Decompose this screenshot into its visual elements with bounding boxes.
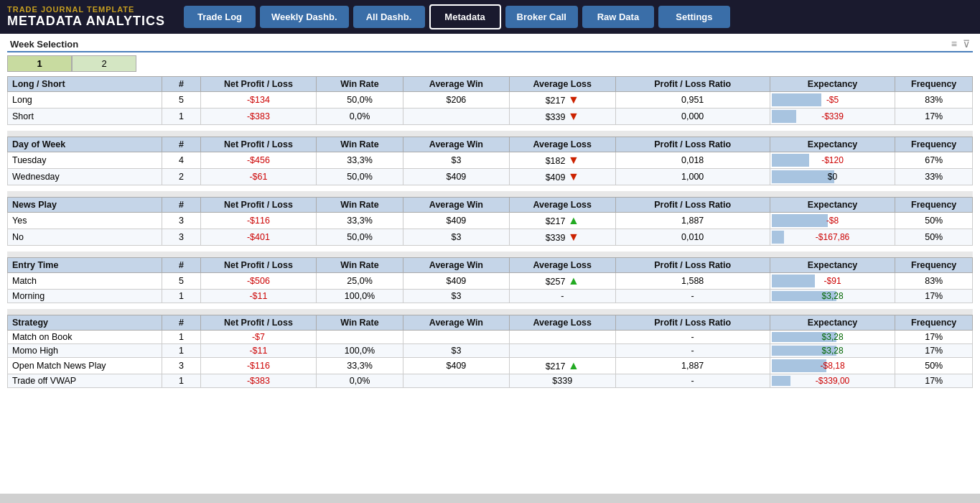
cell-freq: 33% bbox=[895, 169, 973, 185]
col-header-freq: Frequency bbox=[895, 198, 973, 213]
table-strategy: Strategy # Net Profit / Loss Win Rate Av… bbox=[7, 315, 973, 388]
cell-freq: 50% bbox=[895, 213, 973, 229]
cell-winrate: 100,0% bbox=[317, 290, 403, 303]
cell-freq: 50% bbox=[895, 358, 973, 374]
cell-num: 1 bbox=[162, 344, 201, 358]
nav-settings[interactable]: Settings bbox=[658, 6, 730, 28]
cell-label: Short bbox=[8, 109, 162, 125]
cell-netpl: -$134 bbox=[200, 92, 316, 109]
nav-all-dashb[interactable]: All Dashb. bbox=[353, 6, 425, 28]
col-header-netpl: Net Profit / Loss bbox=[200, 315, 316, 331]
cell-avgloss bbox=[509, 331, 615, 344]
table-row: Trade off VWAP 1 -$383 0,0% $339 - -$339… bbox=[8, 374, 973, 388]
cell-plratio: 0,018 bbox=[615, 152, 770, 169]
table-long-short: Long / Short # Net Profit / Loss Win Rat… bbox=[7, 76, 973, 125]
nav-weekly-dashb[interactable]: Weekly Dashb. bbox=[260, 6, 349, 28]
cell-freq: 50% bbox=[895, 229, 973, 246]
col-header-expectancy: Expectancy bbox=[770, 258, 895, 273]
cell-expectancy: -$339 bbox=[770, 109, 895, 125]
cell-winrate: 50,0% bbox=[317, 92, 403, 109]
header-row-long-short: Long / Short # Net Profit / Loss Win Rat… bbox=[8, 77, 973, 92]
table-row: Long 5 -$134 50,0% $206 $217 ▼ 0,951 -$5… bbox=[8, 92, 973, 109]
col-header-plratio: Profit / Loss Ratio bbox=[615, 258, 770, 273]
cell-freq: 17% bbox=[895, 344, 973, 358]
table-row: Match on Book 1 -$7 - $3,28 17% bbox=[8, 331, 973, 344]
cell-winrate: 33,3% bbox=[317, 358, 403, 374]
cell-plratio: 0,000 bbox=[615, 109, 770, 125]
week-tab-2[interactable]: 2 bbox=[72, 55, 136, 72]
nav-broker-call[interactable]: Broker Call bbox=[505, 6, 578, 28]
cell-expectancy: -$5 bbox=[770, 92, 895, 109]
section-long-short: Long / Short # Net Profit / Loss Win Rat… bbox=[7, 76, 973, 125]
col-header-plratio: Profit / Loss Ratio bbox=[615, 315, 770, 331]
cell-expectancy: -$339,00 bbox=[770, 374, 895, 388]
cell-plratio: - bbox=[615, 344, 770, 358]
nav-trade-log[interactable]: Trade Log bbox=[184, 6, 256, 28]
table-row: Tuesday 4 -$456 33,3% $3 $182 ▼ 0,018 -$… bbox=[8, 152, 973, 169]
cell-num: 5 bbox=[162, 273, 201, 290]
col-header-netpl: Net Profit / Loss bbox=[200, 77, 316, 92]
cell-netpl: -$506 bbox=[200, 273, 316, 290]
nav-metadata[interactable]: Metadata bbox=[429, 4, 501, 29]
cell-num: 1 bbox=[162, 109, 201, 125]
main-content: Week Selection ≡ ⊽ 1 2 Long / Short # Ne… bbox=[0, 34, 980, 494]
cell-winrate bbox=[317, 331, 403, 344]
header-row-entry: Entry Time # Net Profit / Loss Win Rate … bbox=[8, 258, 973, 273]
cell-expectancy: $3,28 bbox=[770, 344, 895, 358]
cell-freq: 17% bbox=[895, 290, 973, 303]
cell-label: Long bbox=[8, 92, 162, 109]
cell-avgwin bbox=[403, 109, 510, 125]
app-subtitle: TRADE JOURNAL TEMPLATE bbox=[7, 5, 165, 14]
col-header-avgwin: Average Win bbox=[403, 137, 510, 152]
funnel-icon[interactable]: ⊽ bbox=[963, 38, 970, 50]
table-news-play: News Play # Net Profit / Loss Win Rate A… bbox=[7, 197, 973, 246]
arrow-down-icon: ▼ bbox=[568, 93, 579, 106]
app-title: TRADE JOURNAL TEMPLATE METADATA ANALYTIC… bbox=[7, 5, 165, 29]
cell-avgloss: $339 ▼ bbox=[509, 109, 615, 125]
cell-freq: 83% bbox=[895, 92, 973, 109]
cell-num: 3 bbox=[162, 229, 201, 246]
section-entry-time: Entry Time # Net Profit / Loss Win Rate … bbox=[7, 257, 973, 303]
table-row: Wednesday 2 -$61 50,0% $409 $409 ▼ 1,000… bbox=[8, 169, 973, 185]
header-row-news: News Play # Net Profit / Loss Win Rate A… bbox=[8, 198, 973, 213]
cell-freq: 83% bbox=[895, 273, 973, 290]
arrow-up-icon: ▲ bbox=[568, 359, 579, 372]
week-icons: ≡ ⊽ bbox=[951, 38, 970, 50]
cell-num: 5 bbox=[162, 92, 201, 109]
week-tab-1[interactable]: 1 bbox=[7, 55, 72, 72]
col-header-plratio: Profit / Loss Ratio bbox=[615, 198, 770, 213]
table-row: Short 1 -$383 0,0% $339 ▼ 0,000 -$339 17… bbox=[8, 109, 973, 125]
cell-num: 3 bbox=[162, 358, 201, 374]
cell-winrate: 25,0% bbox=[317, 273, 403, 290]
cell-expectancy: -$8 bbox=[770, 213, 895, 229]
filter-icon[interactable]: ≡ bbox=[951, 38, 957, 50]
cell-winrate: 33,3% bbox=[317, 152, 403, 169]
col-header-expectancy: Expectancy bbox=[770, 198, 895, 213]
nav-raw-data[interactable]: Raw Data bbox=[582, 6, 654, 28]
cell-avgwin: $206 bbox=[403, 92, 510, 109]
cell-plratio: 1,887 bbox=[615, 213, 770, 229]
cell-plratio: - bbox=[615, 374, 770, 388]
cell-netpl: -$116 bbox=[200, 213, 316, 229]
cell-freq: 17% bbox=[895, 331, 973, 344]
cell-avgwin: $3 bbox=[403, 152, 510, 169]
col-header-netpl: Net Profit / Loss bbox=[200, 258, 316, 273]
cell-label: Match on Book bbox=[8, 331, 162, 344]
col-header-freq: Frequency bbox=[895, 77, 973, 92]
cell-label: Trade off VWAP bbox=[8, 374, 162, 388]
arrow-down-icon: ▼ bbox=[568, 154, 579, 167]
col-header-winrate: Win Rate bbox=[317, 315, 403, 331]
col-header-expectancy: Expectancy bbox=[770, 137, 895, 152]
col-header-avgloss: Average Loss bbox=[509, 315, 615, 331]
col-header-avgloss: Average Loss bbox=[509, 198, 615, 213]
arrow-down-icon: ▼ bbox=[568, 231, 579, 244]
cell-netpl: -$7 bbox=[200, 331, 316, 344]
col-header-avgwin: Average Win bbox=[403, 258, 510, 273]
cell-avgwin bbox=[403, 331, 510, 344]
cell-num: 3 bbox=[162, 213, 201, 229]
cell-label: Wednesday bbox=[8, 169, 162, 185]
col-header-category: Strategy bbox=[8, 315, 162, 331]
cell-netpl: -$456 bbox=[200, 152, 316, 169]
table-row: Momo High 1 -$11 100,0% $3 - $3,28 17% bbox=[8, 344, 973, 358]
table-day-of-week: Day of Week # Net Profit / Loss Win Rate… bbox=[7, 137, 973, 185]
